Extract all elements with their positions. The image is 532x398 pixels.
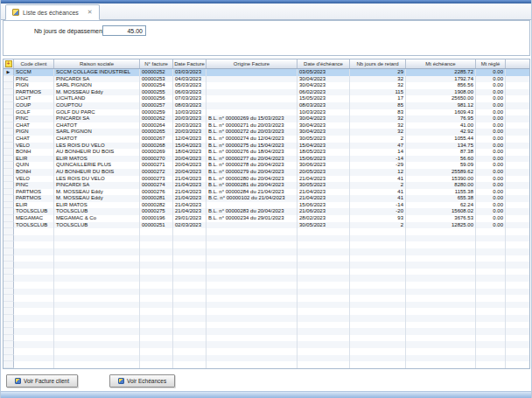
empty-table-row[interactable] bbox=[4, 302, 529, 309]
table-row[interactable]: BONHAU BONHEUR DU BOIS0000026918/04/2023… bbox=[4, 149, 529, 156]
row-selector[interactable] bbox=[4, 195, 14, 202]
table-row[interactable]: VELOLES ROIS DU VELO0000027321/04/2023B.… bbox=[4, 176, 529, 183]
empty-table-row[interactable] bbox=[4, 348, 529, 355]
table-row[interactable]: ELIRELIR MATOS0000027020/04/2023B.L. n° … bbox=[4, 156, 529, 163]
empty-table-row[interactable] bbox=[4, 315, 529, 322]
row-selector[interactable] bbox=[4, 82, 14, 89]
column-header-code[interactable]: Code client bbox=[14, 59, 54, 68]
empty-table-row[interactable] bbox=[4, 282, 529, 289]
row-selector[interactable] bbox=[4, 262, 14, 269]
table-row[interactable]: PARTMOSM. MOSSEAU Eddy0000025506/03/2023… bbox=[4, 89, 529, 96]
row-selector[interactable] bbox=[4, 208, 14, 215]
empty-table-row[interactable] bbox=[4, 289, 529, 296]
empty-table-row[interactable] bbox=[4, 308, 529, 315]
row-selector[interactable] bbox=[4, 102, 14, 109]
table-row[interactable]: PINCPINCARDI SA0000027421/04/2023B.L. n°… bbox=[4, 182, 529, 189]
column-header-mtech[interactable]: Mt échéance bbox=[406, 59, 476, 68]
table-row[interactable]: COUPCOUPTOU0000025708/03/202308/03/20238… bbox=[4, 102, 529, 109]
row-selector[interactable] bbox=[4, 143, 14, 150]
empty-table-row[interactable] bbox=[4, 241, 529, 248]
empty-table-row[interactable] bbox=[4, 335, 529, 342]
row-selector[interactable] bbox=[4, 89, 14, 96]
table-row[interactable]: CHATCHATOT0000026420/03/2023B.L. n° 0000… bbox=[4, 122, 529, 129]
table-row[interactable]: PIGNSARL PIGNON0000026520/03/2023B.L. n°… bbox=[4, 129, 529, 136]
row-selector[interactable] bbox=[4, 202, 14, 209]
empty-table-row[interactable] bbox=[4, 341, 529, 348]
add-row-header[interactable]: + bbox=[4, 59, 14, 68]
view-due-dates-button[interactable]: Voir Echéances bbox=[109, 374, 175, 388]
table-row[interactable]: TOOLSCLUBTOOLSCLUB0000025102/03/202330/0… bbox=[4, 222, 529, 229]
row-selector[interactable] bbox=[4, 348, 14, 355]
empty-table-row[interactable] bbox=[4, 295, 529, 302]
table-row[interactable]: BONHAU BONHEUR DU BOIS0000027220/04/2023… bbox=[4, 169, 529, 176]
row-selector[interactable] bbox=[4, 215, 14, 222]
table-row[interactable]: GOLFGOLF DU PARC0000025910/03/202310/03/… bbox=[4, 109, 529, 116]
row-selector[interactable] bbox=[4, 341, 14, 348]
row-selector[interactable] bbox=[4, 222, 14, 229]
row-selector[interactable] bbox=[4, 255, 14, 262]
row-selector[interactable] bbox=[4, 122, 14, 129]
empty-table-row[interactable] bbox=[4, 248, 529, 255]
row-selector[interactable] bbox=[4, 115, 14, 122]
empty-table-row[interactable] bbox=[4, 355, 529, 362]
column-header-datefact[interactable]: Date Facture bbox=[173, 59, 206, 68]
table-row[interactable]: VELOLES ROIS DU VELO0000026815/04/2023B.… bbox=[4, 143, 529, 150]
row-selector[interactable] bbox=[4, 129, 14, 136]
column-header-mtregle[interactable]: Mt réglé bbox=[476, 59, 506, 68]
row-selector[interactable] bbox=[4, 289, 14, 296]
table-row[interactable]: PINCPINCARDI SA0000026220/03/2023B.L. n°… bbox=[4, 115, 529, 122]
empty-table-row[interactable] bbox=[4, 322, 529, 329]
row-selector[interactable] bbox=[4, 322, 14, 329]
empty-table-row[interactable] bbox=[4, 262, 529, 269]
row-selector[interactable] bbox=[4, 361, 14, 368]
row-selector[interactable] bbox=[4, 335, 14, 342]
table-row[interactable]: CHATCHATOT0000026712/04/2023B.L. n° 0000… bbox=[4, 136, 529, 143]
column-header-dateech[interactable]: Date d'échéance bbox=[298, 59, 350, 68]
row-selector[interactable]: ▶ bbox=[4, 69, 14, 76]
row-selector[interactable] bbox=[4, 176, 14, 183]
row-selector[interactable] bbox=[4, 149, 14, 156]
row-selector[interactable] bbox=[4, 308, 14, 315]
column-header-origine[interactable]: Origine Facture bbox=[206, 59, 298, 68]
row-selector[interactable] bbox=[4, 315, 14, 322]
row-selector[interactable] bbox=[4, 156, 14, 163]
row-selector[interactable] bbox=[4, 235, 14, 242]
row-selector[interactable] bbox=[4, 355, 14, 362]
table-row[interactable]: MEGAMACMEGAMAC & Co0000019629/01/2023B.L… bbox=[4, 215, 529, 222]
row-selector[interactable] bbox=[4, 182, 14, 189]
column-header-retard[interactable]: Nb jours de retard bbox=[350, 59, 406, 68]
column-header-raison[interactable]: Raison sociale bbox=[54, 59, 140, 68]
table-row[interactable]: PIGNSARL PIGNON0000025405/03/202330/04/2… bbox=[4, 82, 529, 89]
table-row[interactable]: LICHTLICHTLAND0000025607/03/202315/05/20… bbox=[4, 95, 529, 102]
table-row[interactable]: QUINQUINCAILLERIE PLUS0000027120/04/2023… bbox=[4, 162, 529, 169]
close-icon[interactable]: ✕ bbox=[88, 9, 93, 16]
row-selector[interactable] bbox=[4, 295, 14, 302]
row-selector[interactable] bbox=[4, 169, 14, 176]
row-selector[interactable] bbox=[4, 275, 14, 282]
table-row[interactable]: PINCPINCARDI SA0000025304/03/202330/04/2… bbox=[4, 76, 529, 83]
table-row[interactable]: ELIRELIR MATOS0000028221/04/202315/06/20… bbox=[4, 202, 529, 209]
row-selector[interactable] bbox=[4, 95, 14, 102]
row-selector[interactable] bbox=[4, 241, 14, 248]
row-selector[interactable] bbox=[4, 228, 14, 235]
table-row[interactable]: PARTMOSM. MOSSEAU Eddy0000028121/04/2023… bbox=[4, 195, 529, 202]
empty-table-row[interactable] bbox=[4, 328, 529, 335]
row-selector[interactable] bbox=[4, 76, 14, 83]
row-selector[interactable] bbox=[4, 136, 14, 143]
row-selector[interactable] bbox=[4, 328, 14, 335]
empty-table-row[interactable] bbox=[4, 228, 529, 235]
row-selector[interactable] bbox=[4, 269, 14, 276]
empty-table-row[interactable] bbox=[4, 235, 529, 242]
empty-table-row[interactable] bbox=[4, 361, 529, 368]
table-row[interactable]: PARTMOSM. MOSSEAU Eddy0000027621/04/2023… bbox=[4, 189, 529, 196]
row-selector[interactable] bbox=[4, 248, 14, 255]
row-selector[interactable] bbox=[4, 189, 14, 196]
add-icon[interactable]: + bbox=[5, 60, 12, 67]
row-selector[interactable] bbox=[4, 282, 14, 289]
view-client-invoice-button[interactable]: Voir Facture client bbox=[6, 374, 78, 388]
empty-table-row[interactable] bbox=[4, 275, 529, 282]
empty-table-row[interactable] bbox=[4, 255, 529, 262]
row-selector[interactable] bbox=[4, 109, 14, 116]
overdue-days-input[interactable] bbox=[102, 25, 146, 36]
table-row[interactable]: ▶SCCMSCCM COLLAGE INDUSTRIEL0000025203/0… bbox=[4, 69, 529, 76]
